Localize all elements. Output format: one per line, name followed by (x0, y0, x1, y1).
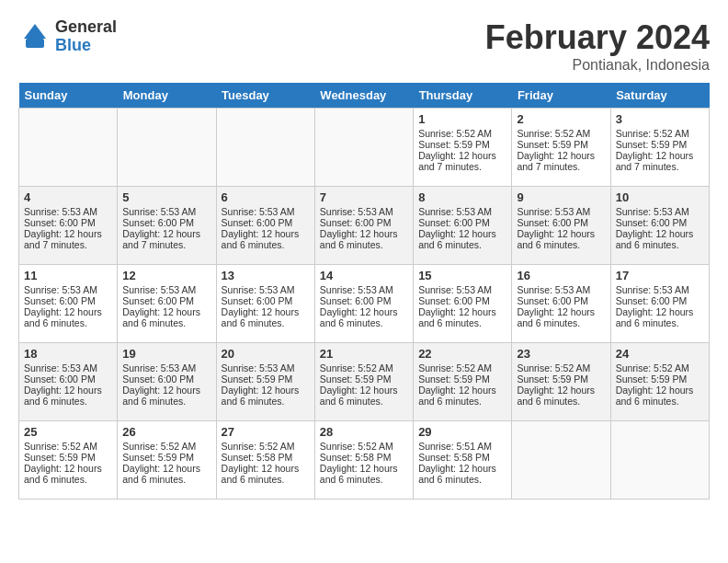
cell-info: Sunrise: 5:52 AM (122, 441, 210, 452)
day-number: 15 (418, 269, 506, 282)
cell-info: Sunset: 6:00 PM (517, 295, 605, 306)
cell-info: Daylight: 12 hours (222, 306, 310, 317)
calendar-cell (512, 421, 610, 500)
cell-info: Sunrise: 5:53 AM (616, 284, 704, 295)
calendar-cell (19, 109, 118, 187)
cell-info: Sunrise: 5:52 AM (517, 128, 605, 139)
cell-info: Sunrise: 5:53 AM (418, 284, 506, 295)
calendar-cell: 14Sunrise: 5:53 AMSunset: 6:00 PMDayligh… (314, 265, 413, 343)
day-number: 2 (517, 112, 605, 126)
day-header-sunday: Sunday (19, 83, 118, 109)
cell-info: and 6 minutes. (222, 474, 310, 485)
day-number: 13 (222, 269, 310, 282)
week-row-2: 4Sunrise: 5:53 AMSunset: 6:00 PMDaylight… (19, 187, 710, 265)
cell-info: Sunrise: 5:52 AM (418, 362, 506, 373)
cell-info: and 6 minutes. (616, 396, 704, 407)
calendar-cell: 1Sunrise: 5:52 AMSunset: 5:59 PMDaylight… (414, 109, 512, 187)
day-number: 9 (517, 190, 605, 204)
cell-info: Sunrise: 5:52 AM (320, 362, 408, 373)
day-number: 16 (517, 269, 605, 282)
cell-info: and 6 minutes. (616, 317, 704, 328)
calendar-cell: 2Sunrise: 5:52 AMSunset: 5:59 PMDaylight… (512, 109, 610, 187)
svg-rect-2 (26, 39, 44, 48)
day-number: 29 (418, 425, 506, 439)
calendar-cell: 16Sunrise: 5:53 AMSunset: 6:00 PMDayligh… (512, 265, 610, 343)
cell-info: Daylight: 12 hours (24, 463, 112, 474)
day-number: 19 (122, 347, 210, 361)
calendar-cell: 7Sunrise: 5:53 AMSunset: 6:00 PMDaylight… (314, 187, 413, 265)
cell-info: Daylight: 12 hours (418, 306, 506, 317)
cell-info: and 6 minutes. (222, 239, 310, 250)
week-row-4: 18Sunrise: 5:53 AMSunset: 6:00 PMDayligh… (19, 343, 710, 421)
cell-info: Daylight: 12 hours (122, 306, 210, 317)
day-number: 8 (418, 190, 506, 204)
cell-info: and 6 minutes. (418, 396, 506, 407)
day-number: 11 (24, 269, 112, 282)
title-block: February 2024 Pontianak, Indonesia (485, 18, 710, 74)
calendar-cell: 25Sunrise: 5:52 AMSunset: 5:59 PMDayligh… (19, 421, 118, 500)
cell-info: Daylight: 12 hours (24, 306, 112, 317)
cell-info: Daylight: 12 hours (320, 228, 408, 239)
cell-info: and 6 minutes. (517, 396, 605, 407)
day-header-saturday: Saturday (610, 83, 709, 109)
cell-info: Daylight: 12 hours (418, 385, 506, 396)
page-header: General Blue February 2024 Pontianak, In… (18, 18, 710, 74)
calendar-cell: 24Sunrise: 5:52 AMSunset: 5:59 PMDayligh… (610, 343, 709, 421)
cell-info: Sunset: 6:00 PM (222, 295, 310, 306)
cell-info: Sunrise: 5:53 AM (24, 284, 112, 295)
cell-info: Daylight: 12 hours (418, 463, 506, 474)
cell-info: Sunset: 5:59 PM (122, 452, 210, 463)
day-number: 1 (418, 112, 506, 126)
cell-info: and 6 minutes. (122, 396, 210, 407)
cell-info: Daylight: 12 hours (320, 463, 408, 474)
day-number: 22 (418, 347, 506, 361)
day-number: 20 (222, 347, 310, 361)
calendar-cell: 18Sunrise: 5:53 AMSunset: 6:00 PMDayligh… (19, 343, 118, 421)
logo-icon (18, 20, 51, 53)
calendar-cell: 21Sunrise: 5:52 AMSunset: 5:59 PMDayligh… (314, 343, 413, 421)
cell-info: Daylight: 12 hours (517, 228, 605, 239)
cell-info: Sunset: 5:59 PM (418, 139, 506, 150)
day-header-monday: Monday (118, 83, 216, 109)
cell-info: Sunrise: 5:53 AM (517, 284, 605, 295)
logo-text: General Blue (55, 18, 117, 55)
cell-info: Sunset: 5:58 PM (418, 452, 506, 463)
calendar-cell: 8Sunrise: 5:53 AMSunset: 6:00 PMDaylight… (414, 187, 512, 265)
calendar-cell: 5Sunrise: 5:53 AMSunset: 6:00 PMDaylight… (118, 187, 216, 265)
day-number: 17 (616, 269, 704, 282)
day-header-thursday: Thursday (414, 83, 512, 109)
cell-info: Sunrise: 5:52 AM (517, 362, 605, 373)
calendar-cell: 20Sunrise: 5:53 AMSunset: 5:59 PMDayligh… (216, 343, 314, 421)
calendar-cell: 6Sunrise: 5:53 AMSunset: 6:00 PMDaylight… (216, 187, 314, 265)
calendar-table: SundayMondayTuesdayWednesdayThursdayFrid… (18, 83, 710, 500)
cell-info: Sunrise: 5:53 AM (122, 284, 210, 295)
cell-info: and 6 minutes. (122, 317, 210, 328)
cell-info: and 6 minutes. (24, 474, 112, 485)
cell-info: Sunset: 5:59 PM (517, 139, 605, 150)
cell-info: Daylight: 12 hours (616, 150, 704, 161)
calendar-cell: 11Sunrise: 5:53 AMSunset: 6:00 PMDayligh… (19, 265, 118, 343)
cell-info: and 6 minutes. (616, 239, 704, 250)
cell-info: Sunset: 6:00 PM (320, 217, 408, 228)
cell-info: Sunset: 6:00 PM (24, 295, 112, 306)
week-row-1: 1Sunrise: 5:52 AMSunset: 5:59 PMDaylight… (19, 109, 710, 187)
cell-info: Daylight: 12 hours (122, 228, 210, 239)
week-row-5: 25Sunrise: 5:52 AMSunset: 5:59 PMDayligh… (19, 421, 710, 500)
day-number: 18 (24, 347, 112, 361)
cell-info: Sunset: 5:59 PM (222, 373, 310, 385)
cell-info: Sunrise: 5:51 AM (418, 441, 506, 452)
calendar-cell: 22Sunrise: 5:52 AMSunset: 5:59 PMDayligh… (414, 343, 512, 421)
cell-info: Sunrise: 5:53 AM (222, 362, 310, 373)
cell-info: Sunrise: 5:52 AM (418, 128, 506, 139)
cell-info: Sunrise: 5:53 AM (320, 206, 408, 217)
cell-info: Daylight: 12 hours (616, 228, 704, 239)
cell-info: Sunrise: 5:53 AM (222, 206, 310, 217)
cell-info: Sunrise: 5:52 AM (320, 441, 408, 452)
cell-info: Sunset: 6:00 PM (24, 373, 112, 385)
cell-info: Sunset: 6:00 PM (24, 217, 112, 228)
location: Pontianak, Indonesia (485, 57, 710, 74)
cell-info: Daylight: 12 hours (222, 463, 310, 474)
cell-info: Daylight: 12 hours (320, 385, 408, 396)
cell-info: Daylight: 12 hours (24, 385, 112, 396)
month-title: February 2024 (485, 18, 710, 57)
